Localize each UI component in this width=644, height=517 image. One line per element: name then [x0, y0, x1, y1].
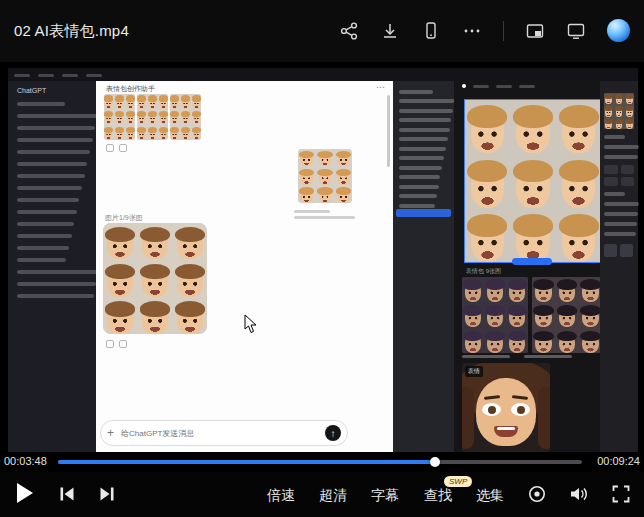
next-button[interactable] [98, 486, 116, 502]
chat-input-bar[interactable]: + ↑ [100, 420, 348, 446]
text-placeholder [604, 222, 637, 226]
property-button[interactable] [604, 165, 618, 174]
phone-icon[interactable] [421, 21, 441, 41]
text-placeholder [17, 138, 93, 142]
episodes-button[interactable]: 选集 [476, 487, 504, 505]
attach-plus-icon[interactable]: + [107, 427, 114, 439]
video-frame[interactable]: ChatGPT 表情包创作助手 ⋯ 图片1/9张图 [0, 62, 644, 452]
selected-expression-sheet[interactable] [464, 99, 602, 263]
text-placeholder [17, 234, 72, 238]
text-placeholder [399, 166, 442, 170]
text-placeholder [17, 162, 87, 166]
subtitles-button[interactable]: 字幕 [371, 487, 399, 505]
seek-fill [58, 460, 435, 464]
text-placeholder [399, 147, 446, 151]
property-button[interactable] [621, 165, 635, 174]
asset-tree-panel [393, 81, 454, 452]
selected-tree-item[interactable] [396, 209, 451, 217]
total-duration: 00:09:24 [597, 455, 640, 467]
selected-sheet-caption: 表情包 9张图 [466, 267, 501, 276]
titlebar: 02 AI表情包.mp4 [0, 0, 644, 62]
text-placeholder [399, 185, 439, 189]
thumbs-down-icon[interactable] [119, 340, 127, 348]
cast-screen-icon[interactable] [566, 21, 586, 41]
find-button[interactable]: 查找 [424, 487, 452, 505]
emoji-grid-image-small[interactable] [298, 149, 352, 203]
thumbs-up-icon[interactable] [106, 144, 114, 152]
chat-brand-label: ChatGPT [17, 87, 87, 94]
text-placeholder [17, 222, 74, 226]
property-button[interactable] [604, 177, 618, 186]
mouse-cursor [244, 314, 258, 334]
share-icon[interactable] [339, 21, 359, 41]
previous-button[interactable] [58, 486, 76, 502]
image-caption-placeholder [292, 207, 358, 222]
emoji-grid-image-large[interactable] [103, 223, 207, 334]
properties-buttons [604, 165, 634, 186]
thumbs-up-icon[interactable] [106, 340, 114, 348]
text-placeholder [17, 270, 99, 274]
chat-input[interactable] [119, 428, 320, 439]
history-thumbnail[interactable] [604, 244, 617, 257]
text-placeholder [399, 99, 455, 103]
preview-badge: 表情 [465, 366, 483, 377]
seek-handle[interactable] [430, 457, 440, 467]
titlebar-divider [503, 21, 504, 41]
history-thumbnail[interactable] [620, 244, 633, 257]
message-feedback-icons [106, 144, 127, 152]
thumbs-down-icon[interactable] [119, 144, 127, 152]
image-count-label: 图片1/9张图 [105, 213, 143, 223]
fullscreen-icon[interactable] [611, 484, 631, 504]
text-placeholder [519, 85, 535, 88]
generated-image-row [104, 94, 201, 140]
property-button[interactable] [621, 177, 635, 186]
quality-button[interactable]: 超清 [319, 487, 347, 505]
seek-bar[interactable] [58, 460, 582, 464]
text-placeholder [17, 126, 95, 130]
generated-image-thumbnail[interactable] [170, 94, 201, 140]
assistant-sphere-icon[interactable] [607, 19, 630, 42]
video-player-window: 02 AI表情包.mp4 [0, 0, 644, 517]
text-placeholder [17, 102, 65, 106]
properties-strip [600, 81, 638, 452]
character-preview-image[interactable]: 表情 [462, 363, 550, 452]
download-icon[interactable] [380, 21, 400, 41]
speed-button[interactable]: 倍速 [267, 487, 295, 505]
editor-toolbar [462, 84, 535, 88]
text-placeholder [17, 198, 79, 202]
chat-menu-icon[interactable]: ⋯ [376, 82, 385, 92]
text-placeholder [604, 232, 636, 236]
record-icon[interactable] [527, 484, 547, 504]
text-placeholder [62, 74, 78, 77]
text-placeholder [399, 204, 435, 208]
generated-image-thumbnail[interactable] [137, 94, 168, 140]
generated-image-thumbnail[interactable] [104, 94, 135, 140]
text-placeholder [17, 150, 90, 154]
current-time: 00:03:48 [4, 455, 47, 467]
snapshot-icon[interactable] [525, 21, 545, 41]
generation-progress-pill [512, 258, 552, 265]
more-icon[interactable] [462, 21, 482, 41]
send-button[interactable]: ↑ [325, 425, 341, 441]
text-placeholder [294, 210, 330, 213]
expression-sheet-variant-b[interactable] [532, 277, 602, 353]
preview-face-mouth [494, 426, 518, 437]
variant-captions-placeholder [462, 355, 602, 358]
preview-face-eye [482, 403, 501, 416]
text-placeholder [17, 210, 77, 214]
volume-icon[interactable] [569, 485, 588, 503]
reference-thumbnail[interactable] [604, 93, 634, 129]
text-placeholder [38, 74, 54, 77]
chat-sidebar: ChatGPT [8, 81, 96, 452]
text-placeholder [399, 118, 451, 122]
text-placeholder [17, 114, 98, 118]
preview-face-eye [511, 403, 530, 416]
recorded-app-menubar [14, 70, 102, 80]
text-placeholder [86, 74, 102, 77]
expression-sheet-variant-a[interactable] [462, 277, 528, 353]
chat-scrollbar[interactable] [387, 95, 390, 167]
text-placeholder [604, 202, 639, 206]
recorded-app-window: ChatGPT 表情包创作助手 ⋯ 图片1/9张图 [8, 68, 638, 452]
play-button[interactable] [17, 483, 33, 503]
text-placeholder [17, 294, 94, 298]
